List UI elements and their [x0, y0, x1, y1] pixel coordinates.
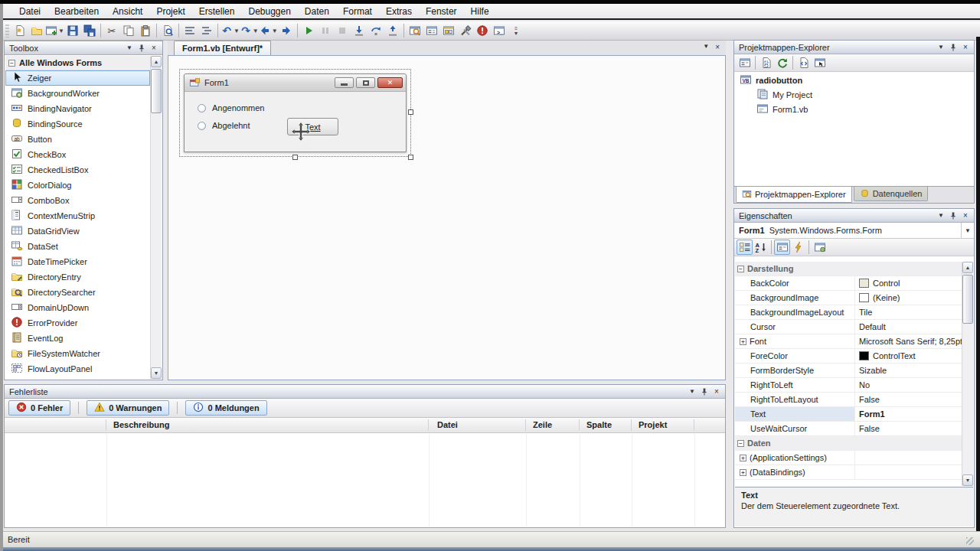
- scrollbar-thumb[interactable]: [151, 69, 162, 113]
- close-icon[interactable]: ×: [148, 43, 160, 54]
- column-header-datei[interactable]: Datei: [437, 420, 458, 429]
- scroll-down-icon[interactable]: ▼: [151, 367, 162, 379]
- toolbox-item-combobox[interactable]: ComboBox: [5, 193, 150, 208]
- column-header-beschreibung[interactable]: Beschreibung: [113, 420, 169, 429]
- menu-hilfe[interactable]: Hilfe: [464, 5, 496, 18]
- property-row-righttoleftlayout[interactable]: RightToLeftLayoutFalse: [735, 393, 962, 407]
- close-document-icon[interactable]: ×: [715, 43, 720, 51]
- menu-bearbeiten[interactable]: Bearbeiten: [47, 5, 106, 18]
- close-icon[interactable]: ×: [710, 386, 723, 397]
- column-header-zeile[interactable]: Zeile: [533, 420, 552, 429]
- toolbox-item-zeiger[interactable]: Zeiger: [5, 70, 150, 86]
- property-row-usewaitcursor[interactable]: UseWaitCursorFalse: [735, 422, 962, 436]
- scroll-up-icon[interactable]: ▲: [962, 262, 973, 273]
- column-header-projekt[interactable]: Projekt: [639, 420, 667, 429]
- add-item-icon[interactable]: ▼: [45, 22, 64, 39]
- immediate-window-icon[interactable]: >_: [491, 22, 508, 39]
- tree-node-my-project[interactable]: My Project: [735, 87, 973, 102]
- tab-projektmappen-explorer[interactable]: Projektmappen-Explorer: [736, 187, 852, 203]
- chevron-down-icon[interactable]: ▼: [123, 43, 136, 54]
- toolbox-item-contextmenustrip[interactable]: ContextMenuStrip: [5, 208, 150, 223]
- find-in-files-icon[interactable]: [159, 22, 176, 39]
- collapse-icon[interactable]: −: [8, 60, 15, 67]
- toolbox-scrollbar[interactable]: ▲ ▼: [150, 56, 162, 379]
- refresh-icon[interactable]: [774, 55, 790, 70]
- toolbox-item-domainupdown[interactable]: DomainUpDown: [5, 300, 150, 315]
- property-row-cursor[interactable]: CursorDefault: [735, 320, 962, 334]
- tab-datenquellen[interactable]: Datenquellen: [854, 187, 929, 201]
- pin-icon[interactable]: [136, 43, 148, 54]
- pause-icon[interactable]: [317, 22, 334, 39]
- step-into-icon[interactable]: [351, 22, 368, 39]
- cut-icon[interactable]: ✂: [103, 22, 120, 39]
- chevron-down-icon[interactable]: ▼: [935, 42, 947, 53]
- pin-icon[interactable]: [947, 210, 959, 221]
- open-file-icon[interactable]: [28, 22, 45, 39]
- menu-fenster[interactable]: Fenster: [419, 5, 464, 18]
- comment-lines-icon[interactable]: [181, 22, 198, 39]
- new-item-icon[interactable]: [11, 22, 28, 39]
- object-browser-icon[interactable]: [440, 22, 457, 39]
- categorized-icon[interactable]: [737, 240, 753, 255]
- view-code-icon[interactable]: [795, 55, 812, 70]
- property-pages-icon[interactable]: [812, 240, 828, 255]
- properties-icon[interactable]: [774, 240, 790, 255]
- toolbox-item-datetimepicker[interactable]: DateTimePicker: [5, 254, 150, 269]
- resize-handle-bottom[interactable]: [292, 155, 298, 160]
- view-designer-icon[interactable]: [812, 55, 828, 70]
- chevron-down-icon[interactable]: ▼: [935, 210, 947, 221]
- paste-icon[interactable]: [137, 22, 154, 39]
- pin-icon[interactable]: [698, 386, 710, 397]
- property-row-backgroundimage[interactable]: BackgroundImage(Keine): [735, 291, 962, 305]
- column-header-spalte[interactable]: Spalte: [586, 420, 612, 429]
- tree-node-form1-vb[interactable]: Form1.vb: [735, 102, 973, 116]
- resize-grip-icon[interactable]: [966, 537, 974, 545]
- menu-daten[interactable]: Daten: [298, 5, 336, 18]
- toolbox-item-eventlog[interactable]: EventLog: [5, 331, 150, 346]
- expand-icon[interactable]: +: [740, 455, 746, 461]
- toolbox-icon[interactable]: [457, 22, 474, 39]
- step-over-icon[interactable]: [368, 22, 384, 39]
- menu-debuggen[interactable]: Debuggen: [241, 5, 297, 18]
- toolbox-item-checkedlistbox[interactable]: CheckedListBox: [5, 162, 150, 178]
- property-row-text[interactable]: TextForm1: [735, 407, 962, 422]
- collapse-icon[interactable]: −: [737, 266, 744, 272]
- toolbox-item-dataset[interactable]: DataSet: [5, 239, 150, 254]
- toolbox-item-directorysearcher[interactable]: DirectorySearcher: [5, 285, 150, 300]
- filter-0-meldungen-button[interactable]: 0 Meldungen: [185, 400, 266, 416]
- property-row-forecolor[interactable]: ForeColorControlText: [735, 349, 962, 364]
- property-row-formborderstyle[interactable]: FormBorderStyleSizable: [735, 364, 962, 378]
- filter-0-fehler-button[interactable]: 0 Fehler: [8, 400, 70, 416]
- chevron-down-icon[interactable]: ▼: [686, 386, 698, 397]
- property-category-daten[interactable]: −Daten: [735, 436, 962, 451]
- chevron-down-icon[interactable]: ▼: [961, 223, 974, 238]
- property-row-backgroundimagelayout[interactable]: BackgroundImageLayoutTile: [735, 305, 962, 320]
- toolbox-item-flowlayoutpanel[interactable]: FlowLayoutPanel: [5, 361, 150, 377]
- start-debugging-icon[interactable]: [300, 22, 317, 39]
- scroll-up-icon[interactable]: ▲: [151, 56, 162, 67]
- designer-surface[interactable]: Form1 ✕ Angenommen Abgelehnt Text: [168, 55, 726, 380]
- toolbox-item-button[interactable]: abButton: [5, 132, 150, 147]
- alphabetical-icon[interactable]: AZ: [753, 240, 769, 255]
- toolbox-item-checkbox[interactable]: CheckBox: [5, 147, 150, 162]
- tab-form1-designer[interactable]: Form1.vb [Entwurf]*: [174, 41, 271, 55]
- document-list-chevron-icon[interactable]: ▼: [703, 43, 709, 51]
- redo-icon[interactable]: ↷▼: [240, 22, 259, 39]
- toolbox-item-bindingsource[interactable]: BindingSource: [5, 116, 150, 132]
- properties-scrollbar[interactable]: ▲ ▼: [962, 262, 973, 486]
- toolbox-item-bindingnavigator[interactable]: BindingNavigator: [5, 101, 150, 116]
- property-category-darstellung[interactable]: −Darstellung: [735, 262, 962, 276]
- property-row-righttoleft[interactable]: RightToLeftNo: [735, 378, 962, 393]
- resize-handle-right[interactable]: [408, 109, 413, 115]
- navigate-forward-icon[interactable]: [278, 22, 295, 39]
- save-all-icon[interactable]: [81, 22, 98, 39]
- property-row-font[interactable]: +FontMicrosoft Sans Serif; 8,25pt: [735, 334, 962, 349]
- menu-datei[interactable]: Datei: [12, 5, 47, 18]
- toolbar-grip[interactable]: [5, 24, 9, 37]
- navigate-backward-icon[interactable]: ▼: [259, 22, 278, 39]
- radio-circle-icon[interactable]: [198, 104, 206, 112]
- toolbox-item-filesystemwatcher[interactable]: FileSystemWatcher: [5, 346, 150, 361]
- radiobutton-angenommen[interactable]: Angenommen: [198, 103, 265, 112]
- pin-icon[interactable]: [947, 42, 959, 53]
- tree-node-radiobutton[interactable]: VBradiobutton: [735, 73, 973, 87]
